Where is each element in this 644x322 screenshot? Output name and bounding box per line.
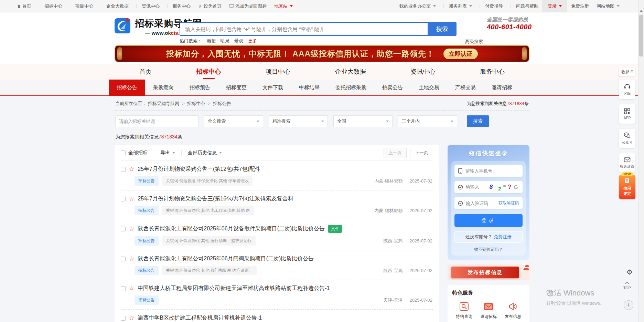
breadcrumb-announcement[interactable]: 招标公告 — [206, 101, 231, 107]
service-publish-info[interactable]: 发布信息 — [503, 302, 523, 320]
no-code-link[interactable]: 收不到验证码？ — [454, 247, 523, 252]
category-tag[interactable]: 招标公告 — [135, 266, 159, 275]
next-page-button[interactable]: 下一页 — [410, 148, 433, 158]
favorite-star-icon[interactable]: ☆ — [129, 166, 134, 172]
service-invite-bid[interactable]: 邀请招标 — [478, 302, 499, 320]
login-link[interactable]: 登录 — [542, 0, 567, 12]
favorite-star-icon[interactable]: ☆ — [129, 315, 134, 321]
category-tag[interactable]: 招标公告 — [135, 176, 159, 186]
nav-item-home[interactable]: 首页 — [138, 65, 153, 79]
set-homepage[interactable]: 设为首页 — [194, 0, 225, 12]
item-title[interactable]: 陕西长青能源化工有限公司2025年06月闸阀采购项目(二次)比质比价公告 — [138, 255, 314, 262]
scroll-up-arrow-icon[interactable] — [640, 10, 643, 12]
hot-keyword[interactable]: 雕塑 — [207, 38, 216, 44]
my-business-office[interactable]: 我的业务办公室 — [396, 0, 440, 12]
rail-wechat[interactable]: 公众号 — [619, 129, 635, 148]
tab-purchase-intent[interactable]: 采购意向 — [145, 80, 182, 95]
nav-item-enterprise-data[interactable]: 企业大数据 — [334, 65, 367, 79]
item-checkbox[interactable] — [121, 316, 126, 321]
back-to-top-button[interactable]: TOP — [620, 282, 634, 290]
item-title[interactable]: 渝西中学B区改扩建工程配套机房计算机补遗公告-1 — [138, 314, 262, 322]
service-special-query[interactable]: 特约查询 — [454, 302, 474, 320]
tab-land-trade[interactable]: 土地交易 — [411, 80, 447, 95]
item-checkbox[interactable] — [121, 257, 126, 261]
rail-customer-service[interactable]: 客服 — [619, 80, 635, 99]
promo-banner[interactable]: 投标加分，入围无忧，中标无阻！ AAA级投标信用认证，助您一路领先！ 立即认证 — [115, 45, 529, 62]
topbar-news-center[interactable]: 资讯中心 — [132, 0, 163, 12]
register-link[interactable]: 免费注册 — [567, 0, 593, 12]
favorite-star-icon[interactable]: ☆ — [129, 285, 134, 291]
item-title[interactable]: 陕西长青能源化工有限公司2025年06月设备散件采购项目(二次)比质比价公告 — [138, 225, 325, 232]
gear-icon[interactable]: ⚙ — [626, 268, 633, 276]
credit-rating-widget[interactable]: NEW 信用评定 — [619, 175, 635, 199]
topbar-service-center[interactable]: 服务中心 — [163, 0, 194, 12]
filter-search-button[interactable]: 搜索 — [467, 115, 489, 127]
topbar-bidding-center[interactable]: 招标中心 — [35, 0, 66, 12]
login-button[interactable]: 登录 — [454, 214, 523, 227]
item-checkbox[interactable] — [121, 286, 126, 291]
search-button[interactable]: 搜索 — [428, 22, 457, 36]
plus-button[interactable]: + — [624, 300, 633, 310]
nav-item-news-center[interactable]: 资讯中心 — [409, 65, 437, 79]
breadcrumb-site[interactable]: 招标采购导航网 — [148, 101, 179, 107]
nav-item-service-center[interactable]: 服务中心 — [479, 65, 506, 79]
breadcrumb-bidding-center[interactable]: 招标中心 — [181, 101, 205, 107]
item-checkbox[interactable] — [121, 227, 126, 231]
rail-feedback[interactable]: 投诉建议 — [619, 153, 635, 173]
nav-item-project-center[interactable]: 项目中心 — [264, 65, 292, 79]
get-code-link[interactable]: 获取验证码 — [498, 200, 519, 206]
hot-keyword[interactable]: 喷泉 — [221, 38, 229, 44]
topbar-project-center[interactable]: 项目中心 — [66, 0, 97, 12]
tab-bid-announcement[interactable]: 招标公告 — [109, 80, 145, 95]
publish-bid-button[interactable]: 发布招标信息 — [451, 267, 519, 278]
tab-property-trade[interactable]: 产权交易 — [447, 80, 484, 95]
category-tag[interactable]: 招标公告 — [135, 295, 159, 305]
collapse-rail-button[interactable]: 收起 — [619, 67, 635, 76]
phone-input[interactable] — [465, 168, 519, 174]
code-field[interactable]: 获取验证码 — [454, 197, 523, 209]
topbar-enterprise-data[interactable]: 企业大数据 — [97, 0, 132, 12]
tab-invited-bidding[interactable]: 邀请招标 — [484, 80, 520, 95]
sitemap-link[interactable]: 网站地图 — [593, 0, 623, 12]
refresh-icon[interactable] — [513, 185, 518, 190]
prev-page-button[interactable]: 上一页 — [384, 148, 407, 158]
hot-keyword[interactable]: 景观 — [234, 38, 243, 44]
item-checkbox[interactable] — [121, 197, 126, 201]
tab-auction-announcement[interactable]: 拍卖公告 — [374, 80, 411, 95]
advanced-search-link[interactable]: 高级搜索 — [465, 39, 483, 45]
filter-fulltext-select[interactable]: 全文搜索 — [204, 115, 263, 127]
tab-bid-change[interactable]: 招标变更 — [218, 80, 255, 95]
page-scrollbar[interactable] — [638, 0, 644, 322]
nav-item-bidding-center[interactable]: 招标中心 — [195, 65, 223, 79]
region-sites[interactable]: 地区站 — [270, 0, 297, 12]
search-input[interactable] — [180, 22, 428, 36]
code-input[interactable] — [466, 201, 496, 206]
certify-now-button[interactable]: 立即认证 — [443, 49, 478, 59]
filter-precision-select[interactable]: 精准搜索 — [269, 115, 328, 127]
topbar-home[interactable]: 首页 — [13, 0, 35, 12]
service-list[interactable]: 服务列表 — [440, 0, 476, 12]
filter-keyword-input[interactable] — [115, 115, 198, 127]
tab-bid-preview[interactable]: 招标预告 — [182, 80, 218, 95]
hot-keyword-more[interactable]: 更多 — [248, 38, 257, 44]
item-title[interactable]: 25年7月份计划物资采购公告三(第12包/共7包)配件 — [138, 166, 260, 173]
tab-award-result[interactable]: 中标结果 — [291, 80, 328, 95]
category-tag[interactable]: 招标公告 — [135, 206, 159, 215]
filter-timerange-select[interactable]: 三个月内 — [398, 115, 457, 127]
favorite-star-icon[interactable]: ☆ — [129, 196, 134, 202]
export-dropdown[interactable]: 导出 — [154, 150, 175, 156]
item-checkbox[interactable] — [121, 167, 126, 172]
tab-entrusted-bidding[interactable]: 委托招标采购 — [328, 80, 374, 95]
add-desktop-icon-link[interactable]: 添加为桌面图标 — [225, 0, 270, 12]
phone-field[interactable] — [454, 165, 523, 177]
category-tag[interactable]: 招标公告 — [135, 236, 159, 246]
free-register-link[interactable]: 免费注册 — [494, 234, 512, 240]
help-link[interactable]: 问题与帮助 — [507, 0, 542, 12]
select-all-checkbox[interactable] — [121, 150, 126, 155]
favorite-star-icon[interactable]: ☆ — [129, 256, 134, 262]
favorite-star-icon[interactable]: ☆ — [129, 226, 134, 232]
paid-guide[interactable]: 付费指导 — [476, 0, 507, 12]
rail-app[interactable]: APP — [619, 104, 635, 124]
history-dropdown[interactable]: 全部历史信息 — [181, 150, 222, 156]
filter-region-select[interactable]: 全国 — [333, 115, 393, 127]
